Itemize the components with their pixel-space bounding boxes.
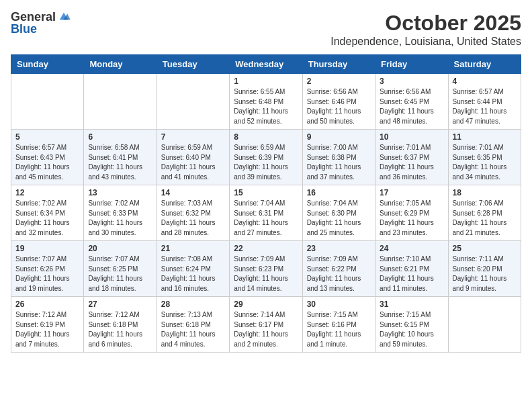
- location-title: Independence, Louisiana, United States: [330, 36, 521, 48]
- day-info: Sunrise: 6:55 AM Sunset: 6:48 PM Dayligh…: [234, 87, 298, 126]
- day-number: 8: [234, 132, 298, 142]
- day-number: 19: [15, 244, 79, 253]
- logo-icon: [57, 11, 71, 22]
- calendar-day-cell: 29Sunrise: 7:14 AM Sunset: 6:17 PM Dayli…: [230, 297, 302, 353]
- calendar-day-cell: 30Sunrise: 7:15 AM Sunset: 6:16 PM Dayli…: [302, 297, 375, 353]
- calendar-day-cell: 13Sunrise: 7:02 AM Sunset: 6:33 PM Dayli…: [84, 185, 157, 241]
- day-number: 12: [15, 188, 79, 197]
- calendar-week-row: 19Sunrise: 7:07 AM Sunset: 6:26 PM Dayli…: [11, 241, 521, 297]
- logo-general-text: General: [11, 11, 56, 23]
- calendar-day-cell: 28Sunrise: 7:13 AM Sunset: 6:18 PM Dayli…: [157, 297, 229, 353]
- day-info: Sunrise: 6:56 AM Sunset: 6:46 PM Dayligh…: [307, 87, 371, 126]
- weekday-header-cell: Monday: [84, 55, 157, 74]
- day-info: Sunrise: 6:57 AM Sunset: 6:43 PM Dayligh…: [15, 143, 79, 182]
- day-info: Sunrise: 7:00 AM Sunset: 6:38 PM Dayligh…: [307, 143, 371, 182]
- day-number: 15: [234, 188, 298, 197]
- day-info: Sunrise: 7:06 AM Sunset: 6:28 PM Dayligh…: [453, 199, 517, 238]
- calendar-day-cell: [448, 297, 521, 353]
- day-number: 18: [453, 188, 517, 197]
- day-info: Sunrise: 7:09 AM Sunset: 6:22 PM Dayligh…: [307, 255, 371, 293]
- day-number: 17: [380, 188, 443, 197]
- calendar-day-cell: 20Sunrise: 7:07 AM Sunset: 6:25 PM Dayli…: [84, 241, 157, 297]
- weekday-header-cell: Thursday: [302, 55, 375, 74]
- day-number: 1: [234, 77, 298, 86]
- day-info: Sunrise: 7:04 AM Sunset: 6:30 PM Dayligh…: [307, 199, 371, 238]
- calendar-day-cell: 11Sunrise: 7:01 AM Sunset: 6:35 PM Dayli…: [448, 130, 521, 185]
- day-info: Sunrise: 7:12 AM Sunset: 6:19 PM Dayligh…: [15, 310, 79, 349]
- weekday-header-cell: Saturday: [448, 55, 521, 74]
- calendar-day-cell: 14Sunrise: 7:03 AM Sunset: 6:32 PM Dayli…: [157, 185, 229, 241]
- calendar-day-cell: 5Sunrise: 6:57 AM Sunset: 6:43 PM Daylig…: [11, 130, 84, 185]
- calendar-day-cell: 3Sunrise: 6:56 AM Sunset: 6:45 PM Daylig…: [375, 74, 448, 130]
- day-info: Sunrise: 6:59 AM Sunset: 6:39 PM Dayligh…: [234, 143, 298, 182]
- calendar-day-cell: 15Sunrise: 7:04 AM Sunset: 6:31 PM Dayli…: [230, 185, 302, 241]
- day-number: 13: [88, 188, 152, 197]
- calendar-day-cell: 21Sunrise: 7:08 AM Sunset: 6:24 PM Dayli…: [157, 241, 229, 297]
- title-block: October 2025 Independence, Louisiana, Un…: [330, 11, 521, 48]
- day-info: Sunrise: 7:09 AM Sunset: 6:23 PM Dayligh…: [234, 255, 298, 293]
- day-info: Sunrise: 7:02 AM Sunset: 6:34 PM Dayligh…: [15, 199, 79, 238]
- day-number: 25: [453, 244, 517, 253]
- day-number: 24: [380, 244, 443, 253]
- calendar-day-cell: 27Sunrise: 7:12 AM Sunset: 6:18 PM Dayli…: [84, 297, 157, 353]
- day-info: Sunrise: 7:01 AM Sunset: 6:35 PM Dayligh…: [453, 143, 517, 182]
- day-info: Sunrise: 7:03 AM Sunset: 6:32 PM Dayligh…: [161, 199, 225, 238]
- calendar-day-cell: 8Sunrise: 6:59 AM Sunset: 6:39 PM Daylig…: [230, 130, 302, 185]
- day-number: 3: [380, 77, 443, 86]
- day-info: Sunrise: 7:13 AM Sunset: 6:18 PM Dayligh…: [161, 310, 225, 349]
- calendar-week-row: 12Sunrise: 7:02 AM Sunset: 6:34 PM Dayli…: [11, 185, 521, 241]
- day-number: 22: [234, 244, 298, 253]
- day-number: 9: [307, 132, 371, 142]
- month-title: October 2025: [330, 11, 521, 36]
- calendar-day-cell: 4Sunrise: 6:57 AM Sunset: 6:44 PM Daylig…: [448, 74, 521, 130]
- calendar-day-cell: 1Sunrise: 6:55 AM Sunset: 6:48 PM Daylig…: [230, 74, 302, 130]
- calendar-day-cell: 17Sunrise: 7:05 AM Sunset: 6:29 PM Dayli…: [375, 185, 448, 241]
- calendar-day-cell: [84, 74, 157, 130]
- weekday-header-cell: Tuesday: [157, 55, 229, 74]
- day-info: Sunrise: 6:57 AM Sunset: 6:44 PM Dayligh…: [453, 87, 517, 126]
- day-number: 2: [307, 77, 371, 86]
- page-header: General Blue October 2025 Independence, …: [11, 11, 521, 48]
- day-number: 31: [380, 300, 443, 309]
- day-info: Sunrise: 7:07 AM Sunset: 6:26 PM Dayligh…: [15, 255, 79, 293]
- weekday-header-cell: Wednesday: [230, 55, 302, 74]
- day-info: Sunrise: 7:10 AM Sunset: 6:21 PM Dayligh…: [380, 255, 443, 293]
- calendar-day-cell: 22Sunrise: 7:09 AM Sunset: 6:23 PM Dayli…: [230, 241, 302, 297]
- logo: General Blue: [11, 11, 71, 35]
- calendar-day-cell: 18Sunrise: 7:06 AM Sunset: 6:28 PM Dayli…: [448, 185, 521, 241]
- logo-blue-text: Blue: [11, 23, 37, 35]
- day-info: Sunrise: 7:04 AM Sunset: 6:31 PM Dayligh…: [234, 199, 298, 238]
- day-info: Sunrise: 7:14 AM Sunset: 6:17 PM Dayligh…: [234, 310, 298, 349]
- calendar-day-cell: 31Sunrise: 7:15 AM Sunset: 6:15 PM Dayli…: [375, 297, 448, 353]
- day-number: 20: [88, 244, 152, 253]
- calendar-day-cell: 26Sunrise: 7:12 AM Sunset: 6:19 PM Dayli…: [11, 297, 84, 353]
- day-info: Sunrise: 7:15 AM Sunset: 6:16 PM Dayligh…: [307, 310, 371, 349]
- day-number: 27: [88, 300, 152, 309]
- calendar-week-row: 1Sunrise: 6:55 AM Sunset: 6:48 PM Daylig…: [11, 74, 521, 130]
- calendar-body: 1Sunrise: 6:55 AM Sunset: 6:48 PM Daylig…: [11, 74, 521, 353]
- day-number: 23: [307, 244, 371, 253]
- day-number: 11: [453, 132, 517, 142]
- weekday-header-cell: Friday: [375, 55, 448, 74]
- day-number: 28: [161, 300, 225, 309]
- weekday-header-cell: Sunday: [11, 55, 84, 74]
- calendar-week-row: 5Sunrise: 6:57 AM Sunset: 6:43 PM Daylig…: [11, 130, 521, 185]
- day-number: 6: [88, 132, 152, 142]
- calendar-day-cell: 7Sunrise: 6:59 AM Sunset: 6:40 PM Daylig…: [157, 130, 229, 185]
- day-number: 30: [307, 300, 371, 309]
- day-number: 16: [307, 188, 371, 197]
- calendar-day-cell: 16Sunrise: 7:04 AM Sunset: 6:30 PM Dayli…: [302, 185, 375, 241]
- day-info: Sunrise: 7:11 AM Sunset: 6:20 PM Dayligh…: [453, 255, 517, 293]
- day-info: Sunrise: 6:58 AM Sunset: 6:41 PM Dayligh…: [88, 143, 152, 182]
- calendar-day-cell: 23Sunrise: 7:09 AM Sunset: 6:22 PM Dayli…: [302, 241, 375, 297]
- day-info: Sunrise: 7:05 AM Sunset: 6:29 PM Dayligh…: [380, 199, 443, 238]
- day-number: 21: [161, 244, 225, 253]
- calendar-day-cell: [11, 74, 84, 130]
- day-info: Sunrise: 7:01 AM Sunset: 6:37 PM Dayligh…: [380, 143, 443, 182]
- day-info: Sunrise: 7:02 AM Sunset: 6:33 PM Dayligh…: [88, 199, 152, 238]
- day-number: 5: [15, 132, 79, 142]
- day-info: Sunrise: 7:08 AM Sunset: 6:24 PM Dayligh…: [161, 255, 225, 293]
- day-number: 14: [161, 188, 225, 197]
- calendar-day-cell: 10Sunrise: 7:01 AM Sunset: 6:37 PM Dayli…: [375, 130, 448, 185]
- day-info: Sunrise: 6:59 AM Sunset: 6:40 PM Dayligh…: [161, 143, 225, 182]
